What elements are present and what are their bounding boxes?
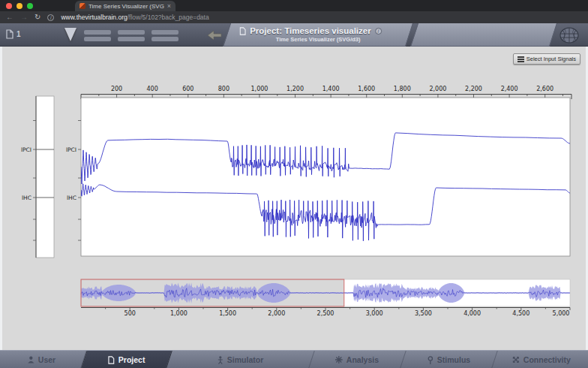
spare-header-tab [410,23,557,47]
page-subtitle: Time Series Visualizer (SVG/d3) [239,36,397,43]
close-window-button[interactable] [6,3,12,9]
svg-text:1,800: 1,800 [394,86,411,92]
svg-text:2,200: 2,200 [465,86,482,92]
menu-bars-icon[interactable] [84,37,111,41]
svg-text:lHC: lHC [22,195,32,201]
tab-close-icon[interactable]: × [167,3,171,10]
nav-item-project[interactable]: Project [81,351,172,368]
svg-text:5,000: 5,000 [553,310,570,317]
main-content: 2004006008001,0001,2001,4001,6001,8002,0… [0,47,588,350]
svg-text:1,400: 1,400 [322,86,340,92]
nav-item-simulator[interactable]: Simulator [166,351,314,368]
svg-text:1,600: 1,600 [358,86,375,92]
menu-bars-icon[interactable] [118,37,145,41]
address-bar[interactable]: www.thevirtualbrain.org/flow/5/102?back_… [61,14,208,21]
svg-text:4,500: 4,500 [512,310,530,317]
svg-text:2,500: 2,500 [317,310,334,317]
page-title: Project: Timeseries visualizer [250,26,371,35]
svg-text:lPCI: lPCI [21,146,32,153]
back-arrow-icon[interactable] [207,30,222,41]
strip-bg [36,96,54,258]
svg-text:200: 200 [111,86,122,92]
browser-forward-icon[interactable]: → [20,14,28,21]
signal-list-icon [518,56,524,62]
url-host: www.thevirtualbrain.org [61,14,127,21]
svg-text:400: 400 [147,86,158,92]
browser-tabstrip: Time Series Visualizer (SVG × [0,0,588,11]
svg-text:1,200: 1,200 [286,86,304,92]
brain-logo-icon[interactable] [556,26,582,45]
svg-text:3,000: 3,000 [366,310,383,317]
screen: Time Series Visualizer (SVG × ← → ↻ i ww… [0,0,588,368]
page-icon [239,27,246,35]
tvb-favicon [80,3,86,9]
analysis-icon [335,356,343,363]
svg-text:600: 600 [182,86,194,92]
svg-text:1,500: 1,500 [219,310,236,317]
nav-item-analysis[interactable]: Analysis [309,351,406,368]
connectivity-icon [512,356,520,363]
browser-back-icon[interactable]: ← [6,14,14,21]
nav-marker-icon [64,28,76,41]
menu-bars-icon[interactable] [118,30,145,35]
browser-toolbar: ← → ↻ i www.thevirtualbrain.org/flow/5/1… [0,11,588,23]
document-icon [108,355,115,363]
menu-bars-icon[interactable] [84,30,111,35]
svg-text:4,000: 4,000 [464,310,481,317]
svg-text:lHC: lHC [67,195,76,201]
page-title-tab: Project: Timeseries visualizer i Time Se… [223,23,413,47]
page-icon [6,29,14,39]
timeseries-visualizer: 2004006008001,0001,2001,4001,6001,8002,0… [0,47,588,350]
browser-tab[interactable]: Time Series Visualizer (SVG × [75,1,176,11]
browser-tab-title: Time Series Visualizer (SVG [88,3,164,10]
svg-text:lPCI: lPCI [66,146,76,153]
svg-text:3,500: 3,500 [415,310,432,317]
nav-item-stimulus[interactable]: Stimulus [400,351,497,368]
main-plot-area[interactable] [81,98,570,256]
svg-text:1,000: 1,000 [170,310,188,317]
menu-bars-icon[interactable] [152,37,178,41]
url-path: /flow/5/102?back_page=data [128,14,209,21]
site-info-icon[interactable]: i [47,14,54,21]
svg-text:500: 500 [124,310,136,317]
simulator-icon [218,355,224,363]
title-info-icon[interactable]: i [375,28,382,35]
user-icon [28,356,34,363]
main-chart[interactable]: 2004006008001,0001,2001,4001,6001,8002,0… [66,86,572,256]
bottom-nav: User Project Simulator [0,350,588,368]
menu-bars-icon[interactable] [152,30,178,35]
select-input-signals-button[interactable]: Select Input Signals [513,53,580,65]
zoom-window-button[interactable] [27,3,33,9]
svg-text:2,000: 2,000 [268,310,285,317]
svg-text:800: 800 [218,86,230,92]
project-counter[interactable]: 1 [6,29,21,39]
app-header: 1 Project: Timeseries visualizer i Time … [0,23,588,47]
minimize-window-button[interactable] [16,3,22,9]
svg-text:2,600: 2,600 [536,86,554,92]
svg-text:2,400: 2,400 [501,86,518,92]
stimulus-icon [428,355,434,363]
svg-text:1,000: 1,000 [251,86,268,92]
channel-strip[interactable]: lPCIlHC [21,96,54,258]
browser-reload-icon[interactable]: ↻ [34,14,40,21]
svg-text:2,000: 2,000 [429,86,446,92]
overview-chart[interactable]: 5001,0001,5002,0002,5003,0003,5004,0004,… [81,279,570,317]
nav-item-user[interactable]: User [0,351,87,368]
nav-item-connectivity[interactable]: Connectivity [492,351,588,368]
